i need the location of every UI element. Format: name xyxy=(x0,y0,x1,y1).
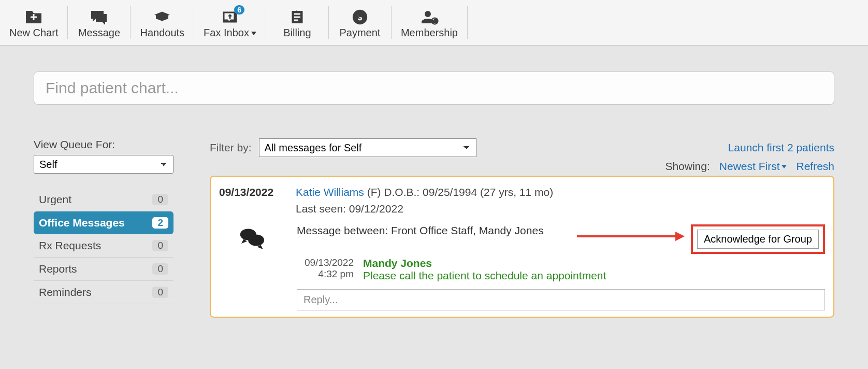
handouts-label: Handouts xyxy=(140,27,184,39)
queue-for-label: View Queue For: xyxy=(34,138,173,151)
message-author: Mandy Jones xyxy=(363,257,825,269)
folder-plus-icon xyxy=(24,8,43,26)
message-button[interactable]: Message xyxy=(68,0,130,45)
top-toolbar: New Chart Message Handouts 6 Fax Inbox B… xyxy=(0,0,868,46)
sort-link[interactable]: Newest First xyxy=(719,160,787,173)
fax-inbox-button[interactable]: 6 Fax Inbox xyxy=(194,0,266,45)
patient-name-link[interactable]: Katie Williams xyxy=(296,186,364,198)
filter-select[interactable]: All messages for Self xyxy=(259,138,476,157)
membership-button[interactable]: Membership xyxy=(392,0,467,45)
content-area: Filter by: All messages for Self Launch … xyxy=(210,138,834,318)
queue-item-count: 0 xyxy=(152,240,168,251)
message-between-label: Message between: Front Office Staff, Man… xyxy=(297,224,681,237)
message-date: 09/13/2022 xyxy=(219,186,286,198)
message-label: Message xyxy=(78,27,120,39)
caret-down-icon xyxy=(782,165,787,168)
showing-label: Showing: xyxy=(665,160,710,173)
last-seen-label: Last seen: 09/12/2022 xyxy=(296,203,825,215)
queue-item-count: 0 xyxy=(152,287,168,298)
membership-label: Membership xyxy=(401,27,458,39)
chat-icon xyxy=(90,8,108,26)
message-text: Please call the patient to schedule an a… xyxy=(363,269,825,282)
patient-meta: (F) D.O.B.: 09/25/1994 (27 yrs, 11 mo) xyxy=(367,186,553,198)
patient-search-input[interactable] xyxy=(34,72,834,105)
search-section xyxy=(0,46,868,120)
dollar-circle-icon xyxy=(351,8,369,26)
payment-button[interactable]: Payment xyxy=(329,0,391,45)
conversation-icon xyxy=(219,224,286,249)
message-card: 09/13/2022 Katie Williams (F) D.O.B.: 09… xyxy=(210,176,834,318)
fax-inbox-label: Fax Inbox xyxy=(204,27,256,39)
annotation-highlight: Acknowledge for Group xyxy=(691,224,825,254)
queue-item-label: Reports xyxy=(39,263,77,275)
launch-patients-link[interactable]: Launch first 2 patients xyxy=(728,141,834,154)
book-icon xyxy=(153,8,171,26)
billing-button[interactable]: Billing xyxy=(266,0,328,45)
filter-by-label: Filter by: xyxy=(210,141,252,154)
filter-row: Filter by: All messages for Self Launch … xyxy=(210,138,834,157)
fax-badge: 6 xyxy=(234,5,244,15)
svg-point-3 xyxy=(248,234,264,246)
new-chart-label: New Chart xyxy=(9,27,58,39)
queue-item-label: Office Messages xyxy=(39,217,125,229)
queue-item-reminders[interactable]: Reminders 0 xyxy=(34,281,173,304)
queue-item-office-messages[interactable]: Office Messages 2 xyxy=(34,211,173,234)
queue-item-label: Reminders xyxy=(39,286,92,299)
queue-item-count: 2 xyxy=(152,217,168,229)
queue-item-rx-requests[interactable]: Rx Requests 0 xyxy=(34,234,173,258)
sidebar: View Queue For: Self Urgent 0 Office Mes… xyxy=(34,138,173,318)
reply-input[interactable] xyxy=(297,289,825,310)
queue-item-count: 0 xyxy=(152,194,168,205)
queue-item-count: 0 xyxy=(152,263,168,275)
acknowledge-group-button[interactable]: Acknowledge for Group xyxy=(697,230,819,249)
inbox-download-icon: 6 xyxy=(221,8,239,26)
handouts-button[interactable]: Handouts xyxy=(131,0,194,45)
patient-line: Katie Williams (F) D.O.B.: 09/25/1994 (2… xyxy=(296,186,553,198)
new-chart-button[interactable]: New Chart xyxy=(0,0,67,45)
message-timestamp: 09/13/2022 4:32 pm xyxy=(297,257,354,282)
payment-label: Payment xyxy=(339,27,380,39)
refresh-link[interactable]: Refresh xyxy=(796,160,834,173)
queue-list: Urgent 0 Office Messages 2 Rx Requests 0… xyxy=(34,188,173,304)
queue-item-label: Urgent xyxy=(39,193,71,206)
caret-down-icon xyxy=(251,32,256,35)
main-layout: View Queue For: Self Urgent 0 Office Mes… xyxy=(0,120,868,318)
billing-label: Billing xyxy=(283,27,311,39)
queue-for-select[interactable]: Self xyxy=(34,155,173,174)
showing-row: Showing: Newest First Refresh xyxy=(210,160,834,173)
queue-item-reports[interactable]: Reports 0 xyxy=(34,258,173,281)
queue-item-urgent[interactable]: Urgent 0 xyxy=(34,188,173,211)
invoice-icon xyxy=(288,8,307,26)
person-plus-icon xyxy=(420,8,439,26)
queue-item-label: Rx Requests xyxy=(39,239,101,252)
